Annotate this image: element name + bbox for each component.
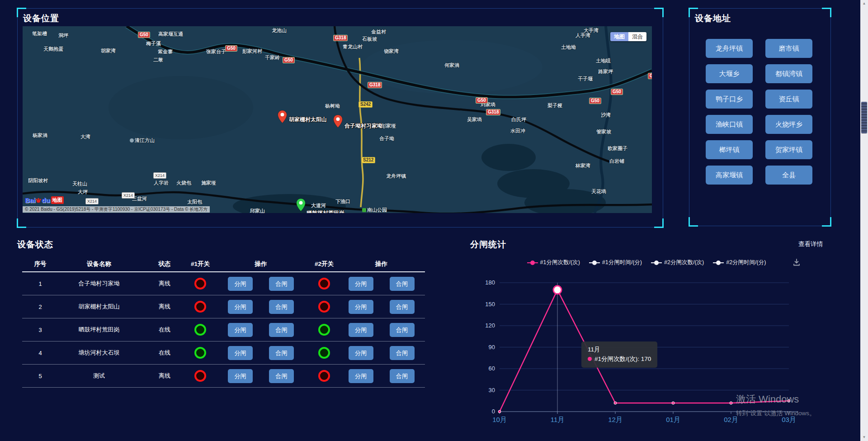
- svg-text:60: 60: [489, 365, 495, 372]
- legend-item[interactable]: #2分闸时间/(分): [713, 259, 766, 266]
- open-switch-button[interactable]: 分闸: [228, 346, 253, 360]
- device-address-panel: 设备地址 龙舟坪镇磨市镇大堰乡都镇湾镇鸭子口乡资丘镇渔峡口镇火烧坪乡榔坪镇贺家坪…: [689, 8, 831, 226]
- baidu-map[interactable]: 地图混合 Bai du 地图 © 2021 Baidu - GS(2019)52…: [23, 26, 652, 213]
- close-switch-button[interactable]: 合闸: [390, 323, 415, 337]
- road-badge: G50: [138, 32, 150, 38]
- address-button[interactable]: 资丘镇: [765, 90, 812, 109]
- road-badge: G50: [648, 73, 652, 79]
- map-pin-icon[interactable]: [296, 198, 306, 213]
- map-place-label: 南山公园: [362, 207, 387, 213]
- road-badge: G50: [476, 97, 488, 104]
- address-button[interactable]: 龙舟坪镇: [706, 39, 753, 58]
- map-place-label: 土地坳: [561, 44, 576, 51]
- switch2-indicator-light: [318, 347, 330, 359]
- road-badge: G50: [589, 98, 601, 104]
- close-switch-button[interactable]: 合闸: [390, 369, 415, 383]
- address-button[interactable]: 渔峡口镇: [706, 115, 753, 134]
- baidu-map-badge: 地图: [51, 196, 64, 204]
- close-switch-button[interactable]: 合闸: [269, 346, 294, 360]
- map-place-label: 青龙山村: [343, 43, 363, 50]
- open-switch-button[interactable]: 分闸: [228, 300, 253, 314]
- map-pin-label: 合子坳村习家坳: [344, 122, 382, 130]
- close-switch-button[interactable]: 合闸: [390, 277, 415, 291]
- map-place-label: 胡家湾: [101, 47, 116, 54]
- device-name: 晒鼓坪村荒田岗: [58, 326, 140, 334]
- map-place-label: 紫金寨: [158, 48, 173, 55]
- map-place-label: 施家垭: [201, 180, 216, 186]
- map-place-label: 吴家埫: [467, 116, 482, 123]
- map-type-control[interactable]: 地图混合: [610, 32, 646, 41]
- map-place-label: 洞坪: [58, 32, 68, 39]
- map-type-map-button[interactable]: 地图: [610, 32, 628, 41]
- switch2-indicator-light: [318, 301, 330, 313]
- map-place-label: 高家堰互通: [158, 31, 183, 38]
- open-switch-button[interactable]: 分闸: [228, 323, 253, 337]
- open-switch-button[interactable]: 分闸: [349, 300, 373, 314]
- legend-item[interactable]: #1分闸时间/(分): [589, 259, 642, 266]
- map-place-label: 彭家垭: [381, 123, 396, 129]
- map-place-label: 千家岭: [265, 54, 280, 61]
- map-place-label: 梨子桠: [547, 102, 562, 109]
- row-index: 4: [22, 350, 58, 356]
- map-place-label: 阴阳坡村: [28, 177, 48, 184]
- open-switch-button[interactable]: 分闸: [349, 277, 373, 291]
- open-switch-button[interactable]: 分闸: [228, 277, 253, 291]
- column-header: 设备名称: [58, 260, 140, 268]
- address-button[interactable]: 大堰乡: [706, 64, 753, 83]
- legend-label: #1分闸次数/(次): [540, 259, 580, 266]
- legend-item[interactable]: #2分闸次数/(次): [651, 259, 704, 266]
- scroll-down-arrow[interactable]: ▼: [860, 434, 868, 441]
- open-switch-button[interactable]: 分闸: [349, 369, 373, 383]
- address-button[interactable]: 高家堰镇: [706, 166, 753, 185]
- device-status: 在线: [140, 326, 189, 334]
- address-button[interactable]: 磨市镇: [765, 39, 812, 58]
- map-type-hybrid-button[interactable]: 混合: [628, 32, 646, 41]
- close-switch-button[interactable]: 合闸: [269, 323, 294, 337]
- address-button[interactable]: 榔坪镇: [706, 140, 753, 159]
- device-status: 离线: [140, 372, 189, 380]
- close-switch-button[interactable]: 合闸: [269, 369, 294, 383]
- page-scrollbar[interactable]: ▲ ▼: [860, 0, 868, 441]
- svg-text:01月: 01月: [666, 416, 680, 423]
- corner-decoration: [654, 8, 664, 17]
- address-button[interactable]: 火烧坪乡: [765, 115, 812, 134]
- address-button[interactable]: 贺家坪镇: [765, 140, 812, 159]
- legend-marker-icon: [589, 261, 600, 265]
- table-row: 5测试离线分闸合闸分闸合闸: [22, 365, 425, 388]
- map-place-label: 饶家湾: [384, 48, 399, 55]
- row-index: 5: [22, 373, 58, 379]
- scrollbar-thumb[interactable]: [861, 102, 867, 133]
- close-switch-button[interactable]: 合闸: [269, 277, 294, 291]
- map-place-label: 白氏坪: [511, 116, 526, 123]
- address-button[interactable]: 都镇湾镇: [765, 64, 812, 83]
- close-switch-button[interactable]: 合闸: [269, 300, 294, 314]
- map-place-label: 土地咀: [596, 57, 611, 64]
- open-switch-button[interactable]: 分闸: [349, 323, 373, 337]
- map-place-label: 二墩: [153, 57, 163, 63]
- scroll-up-arrow[interactable]: ▲: [860, 0, 868, 7]
- address-button[interactable]: 鸭子口乡: [706, 90, 753, 109]
- road-badge: G318: [486, 109, 500, 115]
- chart-legend: #1分闸次数/(次)#1分闸时间/(分)#2分闸次数/(次)#2分闸时间/(分): [470, 259, 823, 266]
- view-details-link[interactable]: 查看详情: [798, 240, 823, 248]
- map-place-label: 龙舟坪镇: [386, 173, 406, 180]
- switch2-indicator-light: [318, 324, 330, 336]
- close-switch-button[interactable]: 合闸: [390, 300, 415, 314]
- svg-text:150: 150: [485, 301, 495, 308]
- baidu-logo-text: Bai: [25, 196, 35, 204]
- map-pin-icon[interactable]: [277, 110, 288, 125]
- open-switch-button[interactable]: 分闸: [228, 369, 253, 383]
- panel-title-device-address: 设备地址: [695, 13, 731, 24]
- column-header: 序号: [22, 260, 58, 268]
- open-switch-button[interactable]: 分闸: [349, 346, 373, 360]
- legend-label: #2分闸次数/(次): [664, 259, 704, 266]
- switch2-indicator-light: [318, 278, 330, 289]
- opening-stats-chart[interactable]: 030609012015018010月11月12月01月02月03月: [470, 269, 823, 432]
- legend-item[interactable]: #1分闸次数/(次): [527, 259, 580, 266]
- map-pin-icon[interactable]: [333, 114, 343, 130]
- column-header: 操作: [338, 260, 425, 268]
- address-button-grid: 龙舟坪镇磨市镇大堰乡都镇湾镇鸭子口乡资丘镇渔峡口镇火烧坪乡榔坪镇贺家坪镇高家堰镇…: [706, 39, 812, 185]
- close-switch-button[interactable]: 合闸: [390, 346, 415, 360]
- table-header-row: 序号设备名称状态#1开关操作#2开关操作: [22, 257, 425, 272]
- address-button[interactable]: 全县: [765, 166, 812, 185]
